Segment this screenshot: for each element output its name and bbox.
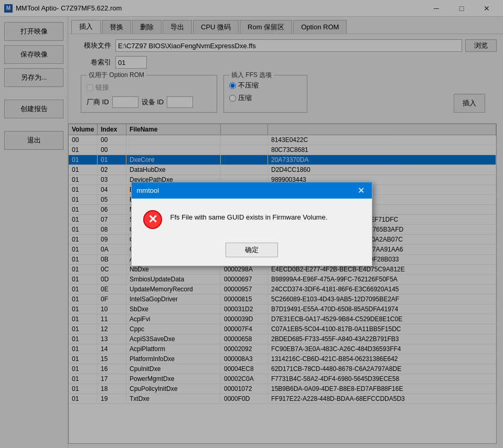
modal-title: mmtool [137, 187, 159, 194]
modal-footer: 确定 [132, 238, 372, 266]
modal-close-button[interactable]: ✕ [356, 185, 367, 195]
modal-dialog: mmtool ✕ ✕ Ffs File with same GUID exist… [131, 182, 372, 266]
modal-title-bar: mmtool ✕ [132, 182, 372, 199]
modal-overlay: mmtool ✕ ✕ Ffs File with same GUID exist… [0, 0, 503, 448]
modal-message: Ffs File with same GUID exists in Firmwa… [170, 209, 328, 223]
error-icon: ✕ [142, 209, 163, 230]
modal-content: ✕ Ffs File with same GUID exists in Firm… [132, 199, 372, 238]
svg-text:✕: ✕ [148, 213, 157, 226]
ok-button[interactable]: 确定 [226, 243, 278, 257]
